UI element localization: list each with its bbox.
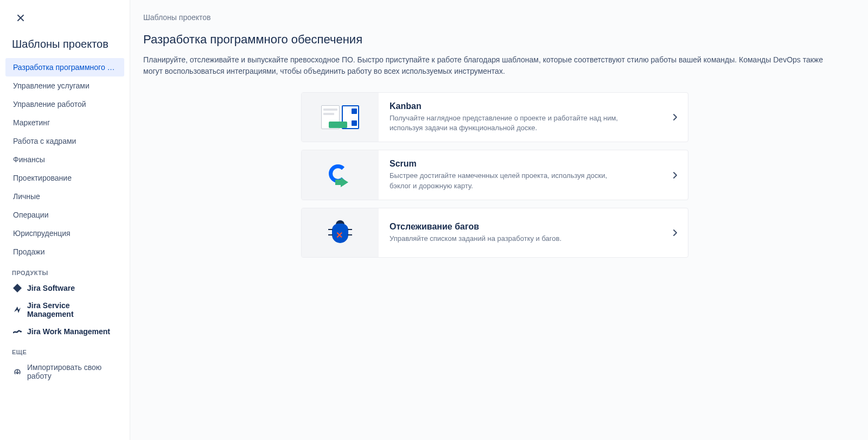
card-description: Быстрее достигайте намеченных целей прое… bbox=[390, 171, 623, 190]
more-item-0[interactable]: Импортировать свою работу bbox=[5, 359, 124, 385]
main-content: Шаблоны проектов Разработка программного… bbox=[130, 0, 868, 440]
card-description: Управляйте списком заданий на разработку… bbox=[390, 234, 623, 244]
template-card-scrum[interactable]: ScrumБыстрее достигайте намеченных целей… bbox=[301, 150, 688, 200]
template-card-kanban[interactable]: KanbanПолучайте наглядное представление … bbox=[301, 92, 688, 142]
sidebar-category-3[interactable]: Маркетинг bbox=[5, 113, 124, 132]
close-button[interactable] bbox=[12, 10, 29, 27]
product-item-2[interactable]: Jira Work Management bbox=[5, 323, 124, 340]
card-illustration bbox=[302, 93, 379, 142]
card-body: ScrumБыстрее достигайте намеченных целей… bbox=[379, 150, 662, 199]
sidebar-category-6[interactable]: Проектирование bbox=[5, 169, 124, 187]
product-label: Jira Work Management bbox=[27, 327, 110, 336]
jira-software-icon bbox=[13, 284, 22, 292]
close-icon bbox=[16, 12, 25, 25]
sidebar-category-2[interactable]: Управление работой bbox=[5, 95, 124, 113]
sidebar-title: Шаблоны проектов bbox=[3, 38, 126, 58]
sidebar-category-4[interactable]: Работа с кадрами bbox=[5, 132, 124, 150]
card-illustration: ✕ bbox=[302, 208, 379, 257]
page-title: Разработка программного обеспечения bbox=[143, 33, 846, 47]
sidebar-category-0[interactable]: Разработка программного обеспечения bbox=[5, 58, 124, 76]
card-title: Kanban bbox=[390, 101, 658, 111]
product-label: Jira Software bbox=[27, 284, 75, 292]
sidebar-category-9[interactable]: Юриспруденция bbox=[5, 224, 124, 243]
template-card-bug[interactable]: ✕Отслеживание баговУправляйте списком за… bbox=[301, 208, 688, 258]
product-label: Jira Service Management bbox=[27, 301, 117, 318]
more-label: Импортировать свою работу bbox=[27, 363, 117, 380]
sidebar-category-8[interactable]: Операции bbox=[5, 206, 124, 224]
breadcrumb[interactable]: Шаблоны проектов bbox=[143, 13, 846, 22]
kanban-illustration-icon bbox=[321, 105, 359, 129]
chevron-right-icon bbox=[662, 150, 688, 199]
card-description: Получайте наглядное представление о прое… bbox=[390, 113, 623, 133]
chevron-right-icon bbox=[662, 93, 688, 142]
product-item-1[interactable]: Jira Service Management bbox=[5, 297, 124, 323]
chevron-right-icon bbox=[662, 208, 688, 257]
jira-service-icon bbox=[13, 305, 22, 314]
sidebar-category-10[interactable]: Продажи bbox=[5, 243, 124, 261]
card-body: KanbanПолучайте наглядное представление … bbox=[379, 93, 662, 142]
product-item-0[interactable]: Jira Software bbox=[5, 279, 124, 297]
products-header: ПРОДУКТЫ bbox=[3, 261, 126, 279]
more-header: ЕЩЕ bbox=[3, 340, 126, 359]
card-body: Отслеживание баговУправляйте списком зад… bbox=[379, 208, 662, 257]
sidebar-category-1[interactable]: Управление услугами bbox=[5, 76, 124, 95]
page-description: Планируйте, отслеживайте и выпускайте пр… bbox=[143, 54, 838, 77]
sidebar: Шаблоны проектов Разработка программного… bbox=[0, 0, 130, 440]
sidebar-category-5[interactable]: Финансы bbox=[5, 150, 124, 169]
scrum-illustration-icon bbox=[326, 163, 355, 187]
jira-work-icon bbox=[13, 327, 22, 336]
card-title: Отслеживание багов bbox=[390, 222, 658, 232]
card-illustration bbox=[302, 150, 379, 199]
sidebar-category-7[interactable]: Личные bbox=[5, 187, 124, 206]
card-title: Scrum bbox=[390, 159, 658, 169]
bug-illustration-icon: ✕ bbox=[329, 220, 351, 245]
import-icon bbox=[13, 367, 22, 376]
